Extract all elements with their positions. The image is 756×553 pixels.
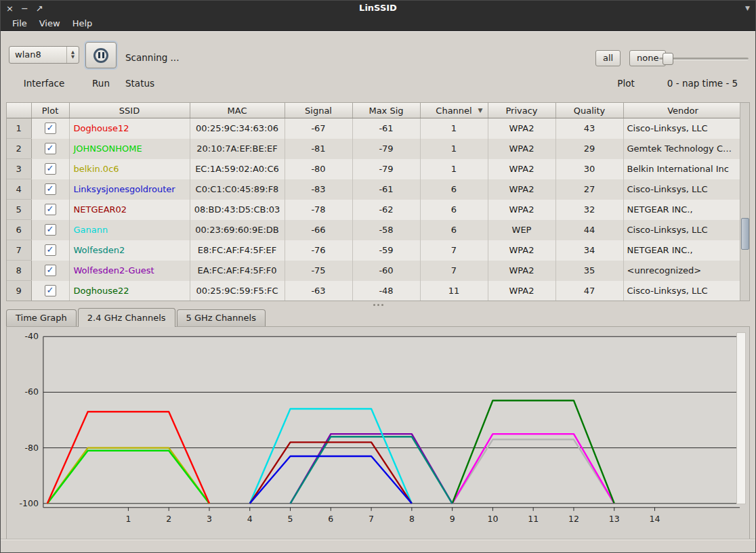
plot-cell: ✓ bbox=[31, 139, 69, 159]
toolbar: wlan8 ▲ ▼ Scanning ... Interface Run Sta… bbox=[1, 31, 755, 100]
svg-text:2: 2 bbox=[166, 514, 171, 524]
plot-checkbox[interactable]: ✓ bbox=[45, 244, 56, 256]
svg-text:-60: -60 bbox=[25, 386, 39, 397]
col-header-channel[interactable]: Channel▼ bbox=[420, 103, 488, 118]
table-row: 9✓Doghouse2200:25:9C:59:F5:FC-63-4811WPA… bbox=[7, 281, 742, 301]
privacy-cell: WPA2 bbox=[488, 200, 555, 220]
plot-checkbox[interactable]: ✓ bbox=[45, 285, 56, 296]
ssid-cell: NETGEAR02 bbox=[69, 200, 190, 220]
plot-checkbox[interactable]: ✓ bbox=[45, 143, 56, 154]
interface-value: wlan8 bbox=[15, 47, 41, 63]
ssid-cell: Wolfesden2 bbox=[69, 240, 190, 261]
mac-cell: EC:1A:59:02:A0:C6 bbox=[190, 159, 285, 179]
wifi-table: PlotSSIDMACSignalMax SigChannel▼PrivacyQ… bbox=[7, 103, 743, 301]
titlebar[interactable]: × − ↗ LinSSID ▼ bbox=[1, 1, 755, 16]
svg-text:9: 9 bbox=[450, 514, 455, 524]
svg-text:5: 5 bbox=[288, 514, 293, 524]
maximize-icon[interactable]: ↗ bbox=[36, 3, 43, 14]
col-header-privacy[interactable]: Privacy bbox=[488, 103, 555, 118]
ssid-cell: JOHNSONHOME bbox=[69, 139, 190, 159]
chart-scrollbar[interactable] bbox=[736, 332, 746, 504]
tab-time-graph[interactable]: Time Graph bbox=[6, 309, 77, 326]
table-scrollbar-thumb[interactable] bbox=[741, 218, 749, 250]
col-header-ssid[interactable]: SSID bbox=[69, 103, 190, 118]
signal-cell: -81 bbox=[285, 139, 352, 159]
menu-help[interactable]: Help bbox=[66, 17, 99, 30]
channel-cell: 7 bbox=[420, 240, 488, 261]
plot-checkbox[interactable]: ✓ bbox=[45, 183, 56, 195]
vendor-cell: <unrecognized> bbox=[623, 261, 742, 281]
ssid-cell: Wolfesden2-Guest bbox=[69, 261, 190, 281]
plot-checkbox[interactable]: ✓ bbox=[45, 123, 56, 134]
svg-text:14: 14 bbox=[650, 514, 660, 524]
splitter-handle[interactable] bbox=[1, 301, 755, 308]
interface-select[interactable]: wlan8 ▲ ▼ bbox=[9, 46, 79, 64]
status-label: Status bbox=[125, 78, 166, 89]
row-number: 8 bbox=[7, 261, 31, 281]
col-header-vendor[interactable]: Vendor bbox=[623, 103, 742, 118]
tab-5-ghz-channels[interactable]: 5 GHz Channels bbox=[177, 309, 266, 326]
run-pause-button[interactable] bbox=[85, 42, 117, 68]
table-scrollbar[interactable] bbox=[740, 103, 749, 301]
naptime-slider[interactable] bbox=[659, 52, 749, 66]
svg-text:7: 7 bbox=[369, 514, 374, 524]
signal-cell: -83 bbox=[285, 179, 352, 200]
channel-cell: 11 bbox=[420, 281, 488, 301]
window-menu-caret-icon[interactable]: ▼ bbox=[745, 1, 750, 16]
svg-text:12: 12 bbox=[568, 514, 579, 524]
channel-cell: 6 bbox=[420, 179, 488, 200]
col-header-mac[interactable]: MAC bbox=[190, 103, 285, 118]
plot-cell: ✓ bbox=[31, 159, 69, 179]
minimize-icon[interactable]: − bbox=[21, 3, 28, 14]
menu-file[interactable]: File bbox=[6, 17, 33, 30]
quality-cell: 47 bbox=[555, 281, 623, 301]
row-number: 9 bbox=[7, 281, 31, 301]
mac-cell: 00:25:9C:34:63:06 bbox=[190, 118, 285, 139]
col-header-max-sig[interactable]: Max Sig bbox=[352, 103, 420, 118]
plot-cell: ✓ bbox=[31, 261, 69, 281]
row-number: 7 bbox=[7, 240, 31, 261]
linssid-window: × − ↗ LinSSID ▼ FileViewHelp wlan8 ▲ ▼ S… bbox=[0, 0, 756, 553]
channel-cell: 1 bbox=[420, 139, 488, 159]
plot-checkbox[interactable]: ✓ bbox=[45, 204, 56, 215]
privacy-cell: WPA2 bbox=[488, 240, 555, 261]
svg-text:10: 10 bbox=[487, 514, 498, 524]
interface-spinner[interactable]: ▲ ▼ bbox=[66, 47, 79, 63]
col-header-quality[interactable]: Quality bbox=[555, 103, 623, 118]
signal-cell: -63 bbox=[285, 281, 352, 301]
quality-cell: 29 bbox=[555, 139, 623, 159]
close-icon[interactable]: × bbox=[6, 3, 14, 14]
spin-down-icon[interactable]: ▼ bbox=[71, 55, 75, 60]
channel-cell: 1 bbox=[420, 118, 488, 139]
signal-cell: -75 bbox=[285, 261, 352, 281]
slider-handle[interactable] bbox=[663, 53, 673, 65]
svg-text:1: 1 bbox=[125, 514, 131, 524]
tab-2-4-ghz-channels[interactable]: 2.4 GHz Channels bbox=[78, 308, 175, 327]
menu-view[interactable]: View bbox=[33, 17, 66, 30]
signal-cell: -67 bbox=[285, 118, 352, 139]
menu-bar: FileViewHelp bbox=[1, 16, 755, 31]
maxsig-cell: -60 bbox=[352, 261, 420, 281]
plot-checkbox[interactable]: ✓ bbox=[45, 224, 56, 236]
col-header-plot[interactable]: Plot bbox=[31, 103, 69, 118]
plot-checkbox[interactable]: ✓ bbox=[45, 163, 56, 175]
signal-cell: -80 bbox=[285, 159, 352, 179]
status-bar bbox=[1, 539, 755, 552]
row-number: 4 bbox=[7, 179, 31, 200]
table-row: 4✓LinksysjonesgoldrouterC0:C1:C0:45:89:F… bbox=[7, 179, 742, 200]
channel-chart: -40-60-80-1001234567891011121314 bbox=[7, 330, 751, 533]
maxsig-cell: -62 bbox=[352, 200, 420, 220]
mac-cell: 00:23:69:60:9E:DB bbox=[190, 220, 285, 240]
channel-cell: 6 bbox=[420, 200, 488, 220]
channel-cell: 7 bbox=[420, 261, 488, 281]
plot-all-button[interactable]: all bbox=[595, 50, 621, 66]
quality-cell: 27 bbox=[555, 179, 623, 200]
ssid-cell: Doghouse12 bbox=[69, 118, 190, 139]
plot-checkbox[interactable]: ✓ bbox=[45, 265, 56, 276]
maxsig-cell: -79 bbox=[352, 159, 420, 179]
channels-tab-page: -40-60-80-1001234567891011121314 bbox=[6, 326, 750, 541]
ssid-cell: Ganann bbox=[69, 220, 190, 240]
col-header-signal[interactable]: Signal bbox=[285, 103, 352, 118]
maxsig-cell: -59 bbox=[352, 240, 420, 261]
interface-label: Interface bbox=[9, 78, 79, 89]
